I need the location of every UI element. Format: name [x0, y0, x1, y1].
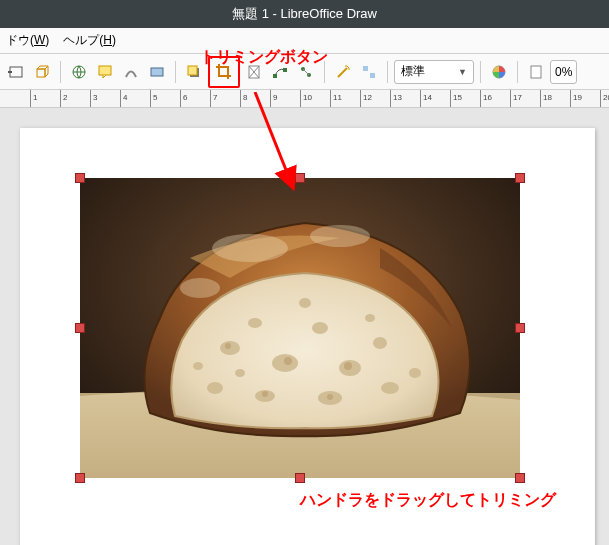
zoom-combo[interactable]: 0% — [550, 60, 577, 84]
svg-point-39 — [262, 391, 268, 397]
svg-point-38 — [327, 394, 333, 400]
color-button[interactable] — [487, 60, 511, 84]
crop-handle-bottom-right[interactable] — [515, 473, 525, 483]
svg-rect-5 — [151, 68, 163, 76]
svg-point-36 — [284, 357, 292, 365]
svg-point-41 — [310, 225, 370, 247]
svg-rect-2 — [37, 69, 45, 77]
toolbar-button-align[interactable] — [357, 60, 381, 84]
svg-point-25 — [373, 337, 387, 349]
toolbar-button-6[interactable] — [145, 60, 169, 84]
svg-rect-10 — [283, 68, 287, 72]
window-title: 無題 1 - LibreOffice Draw — [232, 5, 377, 23]
menu-help[interactable]: ヘルプ(H) — [63, 32, 116, 49]
svg-point-29 — [381, 382, 399, 394]
svg-rect-9 — [273, 74, 277, 78]
svg-rect-7 — [188, 66, 197, 75]
crop-handle-top-left[interactable] — [75, 173, 85, 183]
drawing-page[interactable] — [20, 128, 595, 545]
crop-handle-bottom[interactable] — [295, 473, 305, 483]
toolbar-separator — [387, 61, 388, 83]
svg-point-34 — [193, 362, 203, 370]
svg-rect-14 — [370, 73, 375, 78]
svg-rect-4 — [99, 66, 111, 75]
zoom-value: 0% — [555, 65, 572, 79]
crop-handle-bottom-left[interactable] — [75, 473, 85, 483]
ruler-horizontal: 1 2 3 4 5 6 7 8 9 10 11 12 13 14 15 16 1… — [0, 90, 609, 108]
svg-point-31 — [235, 369, 245, 377]
toolbar-separator — [60, 61, 61, 83]
svg-point-26 — [207, 382, 223, 394]
toolbar-button-1[interactable] — [4, 60, 28, 84]
toolbar-button-wand[interactable] — [331, 60, 355, 84]
svg-point-35 — [225, 343, 231, 349]
crop-handle-top[interactable] — [295, 173, 305, 183]
svg-rect-13 — [363, 66, 368, 71]
svg-point-32 — [365, 314, 375, 322]
svg-point-37 — [344, 362, 352, 370]
annotation-drag-hint: ハンドラをドラッグしてトリミング — [300, 490, 556, 511]
svg-point-30 — [299, 298, 311, 308]
paragraph-style-value: 標準 — [401, 63, 425, 80]
toolbar-separator — [517, 61, 518, 83]
bread-image-content — [80, 178, 520, 478]
toolbar-separator — [480, 61, 481, 83]
svg-point-40 — [212, 234, 288, 262]
svg-point-33 — [409, 368, 421, 378]
svg-point-23 — [312, 322, 328, 334]
svg-rect-16 — [531, 66, 541, 78]
annotation-crop-label: トリミングボタン — [200, 47, 328, 68]
canvas-area[interactable] — [0, 108, 609, 545]
crop-handle-top-right[interactable] — [515, 173, 525, 183]
toolbar-separator — [175, 61, 176, 83]
paragraph-style-combo[interactable]: 標準 ▼ — [394, 60, 474, 84]
selected-image[interactable] — [80, 178, 520, 478]
chevron-down-icon: ▼ — [458, 67, 467, 77]
crop-handle-right[interactable] — [515, 323, 525, 333]
svg-point-42 — [180, 278, 220, 298]
zoom-page-button[interactable] — [524, 60, 548, 84]
crop-handle-left[interactable] — [75, 323, 85, 333]
svg-rect-1 — [8, 71, 12, 73]
toolbar-button-5[interactable] — [119, 60, 143, 84]
insert-comment-button[interactable] — [93, 60, 117, 84]
svg-point-21 — [248, 318, 262, 328]
window-titlebar: 無題 1 - LibreOffice Draw — [0, 0, 609, 28]
menu-window[interactable]: ドウ(W) — [6, 32, 49, 49]
insert-hyperlink-button[interactable] — [67, 60, 91, 84]
toggle-extrusion-button[interactable] — [30, 60, 54, 84]
